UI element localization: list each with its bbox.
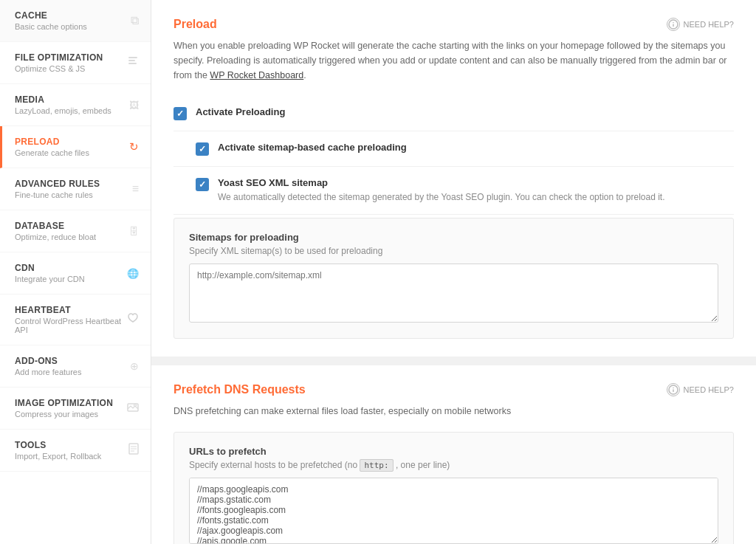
activate-preloading-row: Activate Preloading [173,96,734,131]
tools-icon [128,443,139,458]
preload-title: Preload [173,18,217,31]
yoast-xml-sitemap-label: Yoast SEO XML sitemap [218,177,665,188]
activate-preloading-checkbox[interactable] [173,107,187,120]
urls-section: URLs to prefetch Specify external hosts … [173,432,734,544]
dns-title: Prefetch DNS Requests [173,383,306,396]
urls-title: URLs to prefetch [189,446,718,457]
activate-preloading-label: Activate Preloading [196,106,285,117]
preload-description: When you enable preloading WP Rocket wil… [173,38,734,83]
sitemaps-section: Sitemaps for preloading Specify XML site… [173,218,734,339]
sidebar-item-media[interactable]: MEDIA LazyLoad, emojis, embeds [0,84,151,126]
section-divider [151,357,756,365]
sidebar-item-heartbeat[interactable]: HEARTBEAT Control WordPress Heartbeat AP… [0,295,151,345]
preload-icon [129,140,139,154]
dns-section: Prefetch DNS Requests NEED HELP? DNS pre… [151,365,756,544]
media-icon [129,98,139,111]
dns-need-help[interactable]: NEED HELP? [667,383,734,396]
inline-code: http: [360,459,393,472]
layers-icon [131,14,139,27]
dns-description: DNS prefetching can make external files … [173,404,734,419]
yoast-xml-sitemap-row: Yoast SEO XML sitemap We automatically d… [173,167,734,215]
svg-rect-0 [128,57,137,58]
main-content: Preload NEED HELP? When you enable prelo… [151,0,756,544]
preload-header: Preload NEED HELP? [173,18,734,31]
sidebar-item-image-optimization[interactable]: IMAGE OPTIMIZATION Compress your images [0,388,151,430]
yoast-xml-sitemap-sublabel: We automatically detected the sitemap ge… [218,190,665,204]
sidebar-item-tools[interactable]: TOOLS Import, Export, Rollback [0,430,151,472]
dns-need-help-label: NEED HELP? [684,385,734,394]
heart-icon [127,312,139,327]
yoast-xml-sitemap-checkbox[interactable] [196,178,209,191]
sitemap-preloading-label: Activate sitemap-based cache preloading [218,142,407,153]
db-icon [129,224,139,238]
sidebar-item-cdn[interactable]: CDN Integrate your CDN [0,252,151,295]
sitemaps-textarea[interactable] [189,264,718,323]
sitemap-preloading-row: Activate sitemap-based cache preloading [173,131,734,167]
svg-rect-1 [128,60,135,61]
wp-rocket-dashboard-link[interactable]: WP Rocket Dashboard [210,70,303,80]
svg-point-10 [673,22,674,24]
sidebar: CACHE Basic cache options FILE OPTIMIZAT… [0,0,151,544]
need-help-icon [667,18,680,31]
sitemaps-desc: Specify XML sitemap(s) to be used for pr… [189,246,718,256]
urls-textarea[interactable] [189,478,718,544]
cdn-icon [127,266,139,280]
dns-header: Prefetch DNS Requests NEED HELP? [173,383,734,396]
urls-desc: Specify external hosts to be prefetched … [189,460,718,470]
imgopt-icon [127,401,139,416]
sidebar-item-file-optimization[interactable]: FILE OPTIMIZATION Optimize CSS & JS [0,42,151,84]
preload-section: Preload NEED HELP? When you enable prelo… [151,0,756,357]
svg-point-4 [134,404,137,407]
preload-need-help[interactable]: NEED HELP? [667,18,734,31]
sidebar-item-preload[interactable]: PRELOAD Generate cache files [0,126,151,168]
file-opt-icon [127,55,139,70]
sidebar-item-cache[interactable]: CACHE Basic cache options [0,0,151,42]
dns-need-help-icon [667,383,680,396]
sitemap-preloading-checkbox[interactable] [196,142,209,156]
sidebar-item-add-ons[interactable]: ADD-ONS Add more features [0,345,151,388]
rules-icon [132,182,139,196]
svg-rect-2 [128,63,137,64]
need-help-label: NEED HELP? [684,20,734,29]
sidebar-item-database[interactable]: DATABASE Optimize, reduce bloat [0,210,151,252]
sitemaps-title: Sitemaps for preloading [189,232,718,243]
sidebar-item-advanced-rules[interactable]: ADVANCED RULES Fine-tune cache rules [0,168,151,210]
addons-icon [130,359,139,373]
svg-point-13 [673,388,674,389]
